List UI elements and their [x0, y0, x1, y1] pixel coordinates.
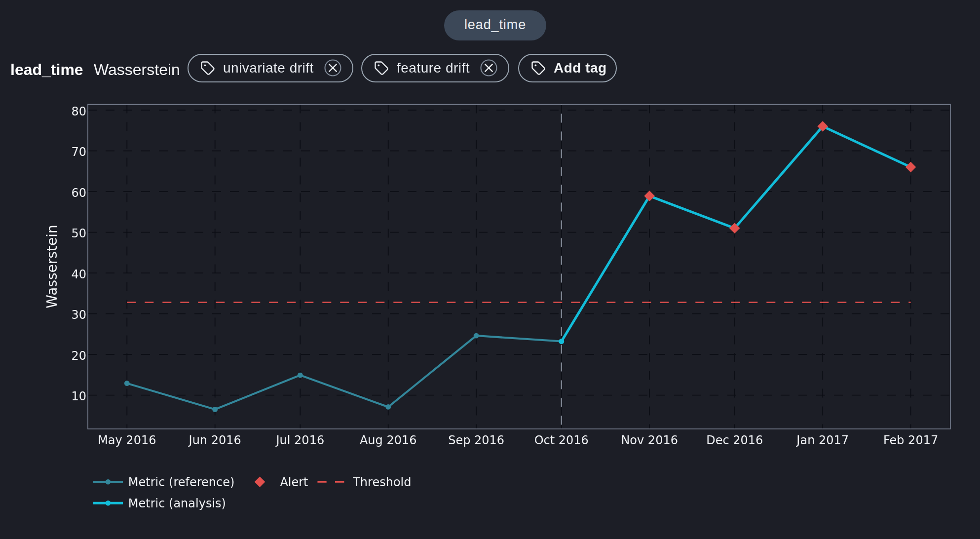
series-line-reference: [127, 336, 562, 409]
y-tick-label: 80: [71, 105, 86, 118]
svg-text:Alert: Alert: [280, 475, 308, 489]
y-axis-title: Wasserstein: [44, 225, 60, 308]
alert-marker[interactable]: [905, 162, 916, 173]
data-point[interactable]: [212, 407, 218, 412]
x-tick-label: Aug 2016: [360, 433, 417, 447]
x-tick-label: Sep 2016: [448, 433, 504, 447]
legend-item-threshold[interactable]: Threshold: [317, 475, 411, 489]
legend-item-metric-reference[interactable]: Metric (reference): [93, 475, 234, 489]
x-tick-label: Jun 2016: [188, 433, 241, 447]
svg-text:Metric (analysis): Metric (analysis): [128, 497, 226, 510]
data-point[interactable]: [559, 339, 564, 344]
x-tick-label: Dec 2016: [706, 433, 763, 447]
legend-item-alert[interactable]: Alert: [255, 475, 308, 489]
alert-marker[interactable]: [644, 191, 655, 201]
y-tick-label: 40: [71, 268, 86, 281]
data-point[interactable]: [474, 333, 479, 339]
svg-text:Threshold: Threshold: [352, 475, 411, 489]
y-tick-label: 50: [71, 227, 86, 240]
y-tick-label: 10: [71, 389, 86, 403]
svg-text:Metric (reference): Metric (reference): [128, 475, 235, 489]
legend-item-metric-analysis[interactable]: Metric (analysis): [93, 497, 226, 510]
data-point[interactable]: [385, 404, 391, 410]
y-tick-label: 30: [71, 308, 86, 322]
x-tick-label: Jan 2017: [795, 433, 849, 447]
x-tick-label: Jul 2016: [275, 433, 325, 447]
y-tick-label: 20: [71, 349, 86, 363]
y-tick-label: 60: [71, 186, 86, 200]
y-tick-label: 70: [71, 145, 86, 159]
x-tick-label: May 2016: [98, 433, 156, 447]
x-tick-label: Nov 2016: [621, 433, 678, 447]
x-tick-label: Feb 2017: [883, 433, 938, 447]
plot-border: [88, 105, 950, 429]
data-point[interactable]: [124, 381, 130, 386]
series-line-analysis: [562, 126, 911, 342]
drift-chart[interactable]: 1020304050607080May 2016Jun 2016Jul 2016…: [0, 0, 980, 539]
x-tick-label: Oct 2016: [534, 433, 589, 447]
data-point[interactable]: [298, 373, 303, 378]
